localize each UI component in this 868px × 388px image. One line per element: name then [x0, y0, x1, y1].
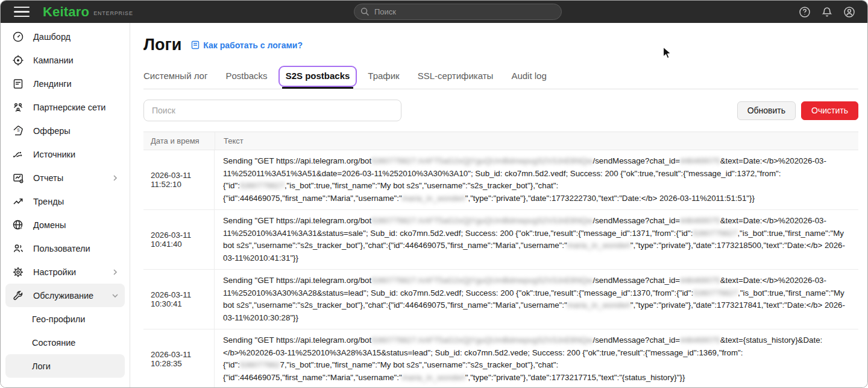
sidebar-subitem-label: Гео-профили: [32, 314, 85, 324]
sidebar-item-label: Кампании: [33, 56, 74, 65]
logs-help-link[interactable]: Как работать с логами?: [191, 40, 303, 50]
refresh-button[interactable]: Обновить: [737, 101, 796, 120]
log-row: 2026-03-11 10:30:41Sending "GET https://…: [143, 270, 858, 329]
tab-ssl-certificates[interactable]: SSL-сертификаты: [418, 67, 494, 89]
sidebar-item-label: Отчеты: [33, 173, 63, 183]
sources-icon: [12, 148, 24, 161]
log-datetime: 2026-03-11 10:41:40: [143, 210, 215, 269]
sidebar-item-affiliate-networks[interactable]: Партнерские сети: [5, 95, 125, 119]
page-title: Логи: [143, 36, 181, 54]
hamburger-icon[interactable]: [14, 7, 30, 17]
settings-icon: [12, 266, 24, 278]
network-icon: [12, 101, 24, 113]
trends-icon: [12, 196, 24, 208]
sidebar-item-label: Лендинги: [33, 79, 72, 89]
sidebar-item-reports[interactable]: Отчеты: [5, 166, 125, 189]
redacted-text: 5360779827:AAFT5aG2xQjYguQUmBdmepvgS2V3J…: [371, 156, 593, 165]
chevron-right-icon: [112, 269, 119, 276]
sidebar-item-domains[interactable]: Домены: [5, 213, 125, 237]
sidebar-item-trends[interactable]: Тренды: [5, 189, 125, 213]
chevron-right-icon: [112, 174, 119, 182]
log-table-body: 2026-03-11 11:52:10Sending "GET https://…: [143, 150, 858, 387]
log-datetime: 2026-03-11 10:30:41: [143, 270, 215, 329]
sidebar-item-label: Дашборд: [33, 32, 71, 42]
global-search[interactable]: [354, 4, 562, 20]
sidebar-item-settings[interactable]: Настройки: [5, 260, 125, 284]
bell-icon[interactable]: [821, 6, 833, 18]
column-header-datetime: Дата и время: [143, 136, 215, 145]
redacted-text: 5360779827: [693, 229, 737, 238]
redacted-text: 5360779827:AAFT5aG2xQjYguQUmBdmepvgS2V3J…: [371, 336, 593, 345]
tab-traffic[interactable]: Трафик: [368, 67, 399, 89]
tab-system-log[interactable]: Системный лог: [143, 67, 207, 89]
redacted-text: 446469075: [680, 156, 720, 165]
main-content: Логи Как работать с логами? Системный ло…: [131, 23, 867, 387]
sidebar-subitem-status[interactable]: Состояние: [5, 331, 125, 354]
log-row: 2026-03-11 11:52:10Sending "GET https://…: [143, 150, 858, 210]
domains-icon: [12, 219, 24, 231]
users-icon: [12, 243, 24, 255]
sidebar-item-label: Источники: [33, 150, 75, 159]
redacted-text: 536077982: [240, 360, 280, 369]
redacted-text: maria_in_wonderl: [402, 373, 465, 382]
tab-s2s-postbacks[interactable]: S2S postbacks: [286, 67, 350, 89]
brand-badge: ENTERPRISE: [93, 10, 133, 16]
redacted-text: 446469075: [680, 216, 720, 225]
brand-logo[interactable]: Keitaro: [43, 4, 89, 20]
sidebar-item-label: Офферы: [33, 126, 71, 136]
sidebar-item-label: Настройки: [33, 267, 76, 277]
redacted-text: maria_in_wonderl: [567, 301, 631, 310]
help-icon[interactable]: [799, 6, 811, 18]
tabs: Системный лог Postbacks S2S postbacks Тр…: [143, 67, 858, 89]
landing-icon: [12, 78, 24, 90]
log-text: Sending "GET https://api.telegram.org/bo…: [215, 210, 858, 269]
global-search-input[interactable]: [374, 7, 555, 16]
sidebar-subitem-logs[interactable]: Логи: [5, 354, 125, 378]
sidebar-item-campaigns[interactable]: Кампании: [5, 48, 125, 72]
gauge-icon: [12, 31, 24, 43]
sidebar-item-sources[interactable]: Источники: [5, 142, 125, 166]
doc-icon: [191, 40, 200, 49]
sidebar-item-label: Партнерские сети: [33, 103, 105, 112]
logs-search-input[interactable]: [143, 100, 401, 121]
redacted-text: 446469075: [680, 336, 720, 345]
tab-postbacks[interactable]: Postbacks: [225, 67, 267, 89]
log-text: Sending "GET https://api.telegram.org/bo…: [215, 150, 858, 209]
sidebar-item-label: Пользователи: [33, 244, 90, 253]
sidebar: Дашборд Кампании Лендинги Партнерские се…: [1, 23, 130, 387]
logs-table: Дата и время Текст 2026-03-11 11:52:10Se…: [143, 132, 858, 387]
log-text: Sending "GET https://api.telegram.org/bo…: [215, 329, 858, 387]
account-icon[interactable]: [843, 6, 855, 18]
sidebar-subitem-label: Логи: [32, 361, 51, 371]
chevron-down-icon: [112, 292, 119, 299]
tab-audit-log[interactable]: Audit log: [511, 67, 546, 89]
sidebar-item-dashboard[interactable]: Дашборд: [5, 25, 125, 48]
redacted-text: 446469075: [680, 276, 720, 285]
clear-button[interactable]: Очистить: [801, 101, 858, 120]
app-window: Keitaro ENTERPRISE Дашборд: [0, 0, 868, 388]
target-icon: [12, 54, 24, 66]
sidebar-item-users[interactable]: Пользователи: [5, 237, 125, 260]
search-icon: [360, 7, 370, 16]
log-datetime: 2026-03-11 11:52:10: [143, 150, 215, 209]
redacted-text: maria_in_wonderl: [402, 194, 465, 203]
help-link-label: Как работать с логами?: [203, 40, 303, 50]
log-datetime: 2026-03-11 10:28:35: [143, 329, 215, 387]
log-row: 2026-03-11 10:28:35Sending "GET https://…: [143, 329, 858, 387]
sidebar-item-landings[interactable]: Лендинги: [5, 72, 125, 95]
sidebar-subitem-geo-profiles[interactable]: Гео-профили: [5, 307, 125, 331]
maintenance-icon: [12, 290, 24, 302]
sidebar-item-maintenance[interactable]: Обслуживание: [5, 284, 125, 307]
reports-icon: [12, 172, 24, 184]
svg-text:S: S: [17, 127, 20, 132]
table-header: Дата и время Текст: [143, 132, 858, 150]
log-row: 2026-03-11 10:41:40Sending "GET https://…: [143, 210, 858, 270]
sidebar-item-label: Домены: [33, 220, 66, 230]
topbar: Keitaro ENTERPRISE: [1, 1, 867, 23]
sidebar-item-offers[interactable]: S Офферы: [5, 119, 125, 142]
redacted-text: 5360779827: [240, 181, 285, 190]
redacted-text: maria_in_wonderl: [567, 241, 631, 250]
redacted-text: 5360779827:AAFT5aG2xQjYguQUmBdmepvgS2V3J…: [371, 216, 593, 225]
sidebar-subitem-label: Состояние: [32, 338, 75, 348]
redacted-text: 5360779827: [693, 288, 738, 297]
